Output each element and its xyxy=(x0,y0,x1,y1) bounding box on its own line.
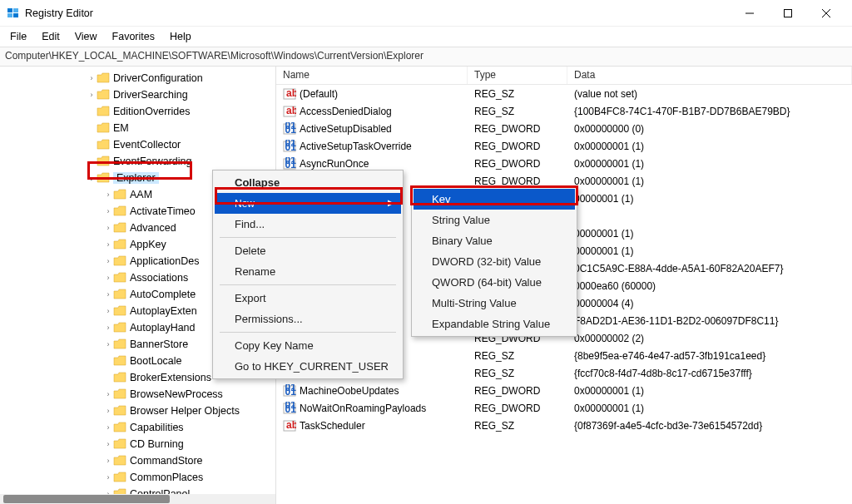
expand-caret-icon[interactable]: › xyxy=(103,307,113,315)
expand-caret-icon[interactable]: › xyxy=(103,290,113,299)
expand-caret-icon[interactable]: › xyxy=(103,207,113,215)
submenu-qword[interactable]: QWORD (64-bit) Value xyxy=(414,272,575,293)
ctx-rename[interactable]: Rename xyxy=(215,261,401,282)
expand-caret-icon[interactable]: › xyxy=(103,457,113,465)
tree-item-label: AutoplayHand xyxy=(130,322,196,334)
submenu-binary[interactable]: Binary Value xyxy=(414,230,575,251)
folder-icon xyxy=(113,289,126,300)
col-data[interactable]: Data xyxy=(567,67,852,84)
expand-caret-icon[interactable]: › xyxy=(103,240,113,249)
menu-help[interactable]: Help xyxy=(163,28,198,45)
submenu-dword[interactable]: DWORD (32-bit) Value xyxy=(414,251,575,272)
list-row[interactable]: 011010NoWaitOnRoamingPayloadsREG_DWORD0x… xyxy=(276,399,852,417)
value-data: 0x00000000 (0) xyxy=(567,123,852,135)
tree-scrollbar[interactable] xyxy=(0,494,276,504)
tree-item[interactable]: EventForwarding xyxy=(0,153,275,170)
expand-caret-icon[interactable]: › xyxy=(103,473,113,482)
minimize-button[interactable] xyxy=(731,0,769,27)
list-row[interactable]: 011010ActiveSetupDisabledREG_DWORD0x0000… xyxy=(276,120,852,137)
folder-icon xyxy=(113,355,126,367)
list-row[interactable]: 011010MachineOobeUpdatesREG_DWORD0x00000… xyxy=(276,382,852,399)
value-type: REG_DWORD xyxy=(468,403,567,414)
list-row[interactable]: abAccessDeniedDialogREG_SZ{100B4FC8-74C1… xyxy=(276,102,852,120)
tree-item-label: DriverConfiguration xyxy=(113,72,203,84)
tree-item[interactable]: ›Browser Helper Objects xyxy=(0,403,275,419)
close-button[interactable] xyxy=(807,0,845,27)
value-data: 0000ea60 (60000) xyxy=(567,280,852,292)
folder-icon xyxy=(113,305,126,317)
folder-icon xyxy=(97,172,110,184)
value-type: REG_SZ xyxy=(468,350,567,362)
folder-icon xyxy=(113,438,126,450)
ctx-find[interactable]: Find... xyxy=(215,214,401,235)
value-data: 0x00000001 (1) xyxy=(567,403,852,414)
maximize-button[interactable] xyxy=(769,0,807,27)
value-name: (Default) xyxy=(300,88,338,100)
expand-caret-icon[interactable]: › xyxy=(103,440,113,448)
tree-item[interactable]: ›Capabilities xyxy=(0,419,275,436)
folder-icon xyxy=(113,322,126,334)
tree-item-label: Explorer xyxy=(113,172,159,184)
tree-item[interactable]: EM xyxy=(0,120,275,136)
expand-caret-icon[interactable]: › xyxy=(103,190,113,199)
tree-item-label: EventForwarding xyxy=(113,156,192,167)
folder-icon xyxy=(113,189,126,200)
expand-caret-icon[interactable]: › xyxy=(103,407,113,415)
ctx-new[interactable]: New▶ xyxy=(215,193,401,214)
tree-item[interactable]: ›CommonPlaces xyxy=(0,469,275,486)
expand-caret-icon[interactable]: › xyxy=(103,224,113,232)
ctx-delete[interactable]: Delete xyxy=(215,240,401,261)
submenu-expand[interactable]: Expandable String Value xyxy=(414,314,575,334)
ctx-goto[interactable]: Go to HKEY_CURRENT_USER xyxy=(215,356,401,377)
svg-text:010: 010 xyxy=(285,141,297,153)
tree-item[interactable]: ›CD Burning xyxy=(0,436,275,452)
ctx-export[interactable]: Export xyxy=(215,288,401,309)
ctx-collapse[interactable]: Collapse xyxy=(215,172,401,193)
col-type[interactable]: Type xyxy=(468,67,567,84)
tree-item[interactable]: EditionOverrides xyxy=(0,103,275,120)
folder-icon xyxy=(113,338,126,350)
ctx-permissions[interactable]: Permissions... xyxy=(215,309,401,329)
submenu-multi[interactable]: Multi-String Value xyxy=(414,293,575,314)
folder-icon xyxy=(97,72,110,84)
folder-icon xyxy=(113,205,126,217)
ctx-copy-key[interactable]: Copy Key Name xyxy=(215,335,401,356)
expand-caret-icon[interactable]: › xyxy=(103,274,113,282)
menu-favorites[interactable]: Favorites xyxy=(106,28,161,45)
svg-rect-1 xyxy=(13,8,18,12)
address-bar[interactable]: Computer\HKEY_LOCAL_MACHINE\SOFTWARE\Mic… xyxy=(0,47,852,67)
svg-text:ab: ab xyxy=(286,87,296,99)
expand-caret-icon[interactable]: › xyxy=(103,257,113,265)
value-name: TaskScheduler xyxy=(300,420,365,432)
expand-caret-icon[interactable]: › xyxy=(87,91,97,99)
menu-file[interactable]: File xyxy=(3,28,33,45)
list-row[interactable]: 011010ActiveSetupTaskOverrideREG_DWORD0x… xyxy=(276,137,852,155)
menu-view[interactable]: View xyxy=(68,28,104,45)
value-name: ActiveSetupTaskOverride xyxy=(300,141,412,152)
svg-text:010: 010 xyxy=(285,386,297,398)
submenu-key[interactable]: Key xyxy=(414,189,575,210)
col-name[interactable]: Name xyxy=(276,67,468,84)
expand-caret-icon[interactable]: › xyxy=(103,390,113,398)
tree-item[interactable]: ›DriverSearching xyxy=(0,86,275,103)
tree-item-label: EventCollector xyxy=(113,139,181,151)
expand-caret-icon[interactable]: ⌄ xyxy=(87,174,97,182)
tree-item[interactable]: ›BrowseNewProcess xyxy=(0,386,275,403)
expand-caret-icon[interactable]: › xyxy=(87,74,97,82)
new-submenu: Key String Value Binary Value DWORD (32-… xyxy=(411,186,577,337)
tree-item[interactable]: ›CommandStore xyxy=(0,452,275,469)
tree-item[interactable]: ›DriverConfiguration xyxy=(0,70,275,86)
expand-caret-icon[interactable]: › xyxy=(103,340,113,348)
folder-icon xyxy=(97,139,110,151)
value-data: {100B4FC8-74C1-470F-B1B7-DD7B6BAE79BD} xyxy=(567,106,852,117)
folder-icon xyxy=(113,472,126,483)
expand-caret-icon[interactable]: › xyxy=(103,324,113,332)
menubar: File Edit View Favorites Help xyxy=(0,27,852,47)
expand-caret-icon[interactable]: › xyxy=(103,423,113,432)
list-row[interactable]: ab(Default)REG_SZ(value not set) xyxy=(276,85,852,102)
tree-item[interactable]: EventCollector xyxy=(0,136,275,153)
menu-edit[interactable]: Edit xyxy=(35,28,67,45)
list-row[interactable]: abTaskSchedulerREG_SZ{0f87369f-a4e5-4cfc… xyxy=(276,417,852,434)
submenu-string[interactable]: String Value xyxy=(414,210,575,230)
value-data: 00000001 (1) xyxy=(567,245,852,257)
